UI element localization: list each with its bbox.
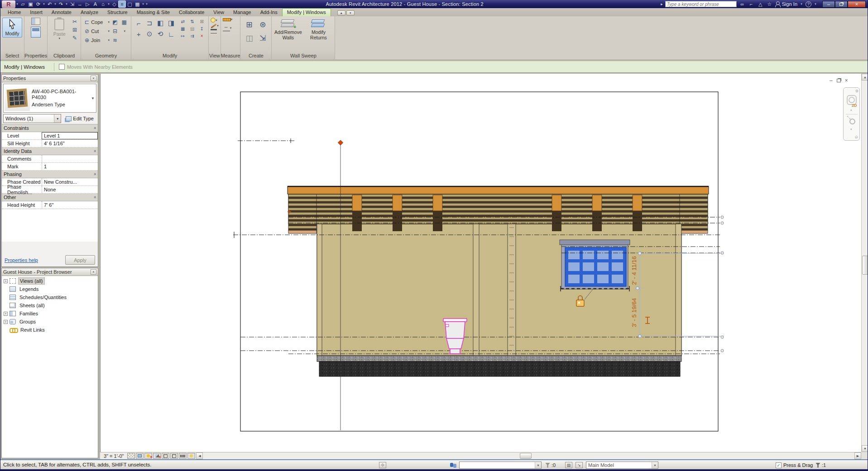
match-type-icon[interactable]: ✎	[71, 34, 79, 42]
tab-annotate[interactable]: Annotate	[47, 9, 76, 16]
section-icon[interactable]: ◇	[110, 0, 118, 8]
paste-button[interactable]: Paste ▾	[49, 18, 69, 41]
panel-label-clipboard[interactable]: Clipboard	[48, 52, 81, 59]
tab-structure[interactable]: Structure	[103, 9, 132, 16]
copy-icon[interactable]: ⊙	[144, 29, 154, 39]
apply-button[interactable]: Apply	[65, 255, 95, 265]
text-icon[interactable]: A	[91, 0, 99, 8]
measure-tool-icon[interactable]	[223, 18, 231, 21]
offset-icon[interactable]: ⊐	[144, 19, 154, 28]
join-label[interactable]: Join	[91, 38, 106, 43]
hide-elements-icon[interactable]	[211, 18, 216, 23]
delete-icon[interactable]: ×	[198, 33, 206, 39]
sun-path-icon[interactable]: ×	[144, 453, 152, 459]
infocenter-expand-icon[interactable]: ▸	[661, 2, 663, 6]
redo-dropdown-icon[interactable]: ▾	[65, 2, 68, 6]
tab-analyze[interactable]: Analyze	[76, 9, 103, 16]
expand-icon[interactable]	[4, 320, 8, 324]
section-phasing[interactable]: Phasing	[2, 171, 98, 178]
collapse-chevron-icon[interactable]	[92, 173, 97, 175]
wall-joins-icon[interactable]: ▦	[120, 19, 128, 26]
revit-app-menu-button[interactable]	[2, 0, 15, 8]
help-icon[interactable]	[806, 1, 811, 7]
trim-extend-single-icon[interactable]: ↦	[179, 33, 187, 39]
cope-label[interactable]: Cope	[91, 19, 106, 25]
create-similar-icon[interactable]: ⊛	[257, 19, 269, 30]
selected-window[interactable]	[560, 240, 630, 291]
favorites-icon[interactable]: ☆	[766, 1, 773, 7]
trim-extend-corner-icon[interactable]: ∟	[166, 29, 176, 39]
witness-grip-top[interactable]	[638, 252, 642, 255]
collapse-chevron-icon[interactable]	[92, 127, 97, 129]
section-constraints[interactable]: Constraints	[2, 124, 98, 132]
witness-grip-mid[interactable]	[636, 287, 639, 290]
sync-icon[interactable]: ⟳	[34, 0, 42, 8]
panel-label-wall-sweep[interactable]: Wall Sweep	[272, 52, 335, 59]
cut-geometry-icon[interactable]: ⊘	[83, 28, 91, 35]
properties-palette-icon[interactable]	[31, 27, 41, 38]
search-input[interactable]	[665, 1, 737, 7]
sign-in-icon[interactable]	[775, 1, 780, 7]
panel-label-view[interactable]: View	[209, 52, 221, 59]
zoom-icon[interactable]	[848, 117, 855, 124]
section-other[interactable]: Other	[2, 194, 98, 201]
expand-icon[interactable]	[4, 312, 8, 316]
wheel-dropdown-icon[interactable]: ▾	[850, 109, 852, 112]
switch-windows-dropdown-icon[interactable]: ▾	[141, 2, 145, 6]
create-assembly-icon[interactable]: ◫	[243, 33, 255, 43]
tree-item-revit-links[interactable]: Revit Links	[2, 326, 98, 334]
copy-to-clipboard-icon[interactable]: ⊞	[71, 26, 79, 33]
sign-in-dropdown-icon[interactable]: ▾	[800, 2, 803, 6]
cut-geometry-secondary-icon[interactable]: ◩	[111, 19, 119, 26]
save-icon[interactable]: ▣	[27, 0, 34, 8]
close-button[interactable]: ×	[848, 1, 866, 8]
moves-with-nearby-checkbox[interactable]	[59, 64, 65, 70]
tree-item-schedules[interactable]: Schedules/Quantities	[2, 293, 98, 301]
qat-customize-icon[interactable]: ▾	[145, 2, 149, 6]
collapse-chevron-icon[interactable]	[92, 150, 97, 152]
design-options-combo[interactable]: Main Model ▼	[586, 461, 658, 469]
hscroll-left-icon[interactable]: ◀	[196, 452, 203, 459]
join-geometry-icon[interactable]: ⊕	[83, 37, 91, 44]
cut-to-clipboard-icon[interactable]: ✂	[71, 18, 79, 25]
demolish-icon[interactable]: ⊟	[111, 28, 119, 35]
default-3d-view-icon[interactable]: ⌂	[99, 0, 107, 8]
tree-item-legends[interactable]: Legends	[2, 285, 98, 293]
foundation-footing[interactable]	[319, 362, 680, 376]
close-hidden-windows-icon[interactable]: ▢	[126, 0, 134, 8]
communication-center-icon[interactable]: △	[757, 1, 764, 7]
section-drawing[interactable]: 2' - 4 11/16 3' - 5 19/64	[101, 74, 862, 452]
navigation-bar[interactable]: ⊗ 2D ▾ ▾ ⊖	[843, 87, 860, 141]
type-selector[interactable]: AW-400-PC-BA001-P4030 Andersen Type ▼	[3, 84, 96, 113]
crop-region-visibility-icon[interactable]	[170, 453, 178, 459]
visual-style-icon[interactable]	[136, 453, 144, 459]
shadows-icon[interactable]: ×	[153, 453, 161, 459]
dimension-dropdown-icon[interactable]: ▾	[230, 26, 232, 30]
modify-returns-button[interactable]: Modify Returns	[304, 18, 333, 41]
properties-header[interactable]: Properties	[2, 75, 98, 82]
editable-only-funnel-icon[interactable]	[545, 463, 550, 468]
redo-icon[interactable]: ↷	[57, 0, 65, 8]
help-dropdown-icon[interactable]: ▾	[814, 2, 817, 6]
press-drag-checkbox[interactable]	[776, 462, 782, 468]
horizontal-scrollbar[interactable]	[203, 452, 854, 459]
tab-collaborate[interactable]: Collaborate	[174, 9, 209, 16]
cope-icon[interactable]: ⊏	[83, 19, 91, 26]
array-icon[interactable]: ▦	[179, 25, 187, 32]
tree-item-families[interactable]: Families	[2, 309, 98, 318]
collapse-chevron-icon[interactable]	[92, 196, 97, 198]
section-identity-data[interactable]: Identity Data	[2, 147, 98, 155]
override-dropdown-icon[interactable]: ▾	[217, 24, 219, 28]
property-row-comments[interactable]: Comments	[2, 155, 98, 163]
design-options-dialog-icon[interactable]: ▤	[565, 462, 572, 468]
dimension-text-upper[interactable]: 2' - 4 11/16	[631, 256, 638, 285]
align-icon[interactable]: ⌐	[134, 19, 144, 28]
properties-close-icon[interactable]	[91, 76, 96, 81]
detail-level-icon[interactable]	[127, 453, 135, 459]
thin-lines-icon[interactable]: ≡	[118, 0, 126, 8]
roof-fascia[interactable]	[288, 186, 709, 194]
sync-dropdown-icon[interactable]: ▾	[42, 2, 46, 6]
tab-manage[interactable]: Manage	[229, 9, 256, 16]
measure-icon[interactable]: ⇲	[68, 0, 76, 8]
switch-windows-icon[interactable]: ▦	[134, 0, 141, 8]
